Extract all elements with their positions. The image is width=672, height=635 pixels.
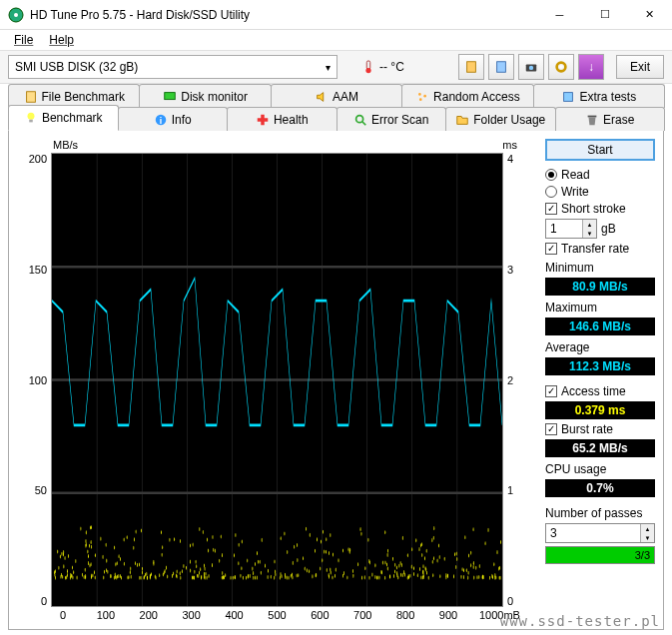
menu-help[interactable]: Help (43, 32, 80, 48)
svg-point-165 (199, 571, 200, 575)
close-button[interactable]: ✕ (627, 0, 672, 29)
svg-point-286 (88, 561, 89, 565)
svg-point-335 (275, 572, 276, 576)
watermark: www.ssd-tester.pl (500, 613, 660, 629)
svg-point-152 (470, 563, 471, 567)
drive-select[interactable]: SMI USB DISK (32 gB) (8, 55, 337, 79)
tab-health[interactable]: Health (227, 107, 337, 131)
svg-point-402 (224, 575, 225, 579)
svg-point-219 (478, 575, 479, 579)
svg-point-134 (206, 572, 207, 576)
svg-point-270 (463, 568, 464, 572)
svg-point-347 (298, 573, 299, 577)
svg-point-391 (287, 576, 288, 580)
settings-button[interactable] (548, 54, 574, 80)
svg-point-118 (223, 576, 224, 580)
svg-point-361 (235, 575, 236, 579)
copy-screenshot-button[interactable] (488, 54, 514, 80)
scan-icon (353, 113, 367, 127)
svg-point-324 (360, 527, 361, 531)
svg-point-418 (246, 576, 247, 580)
trash-icon (585, 113, 599, 127)
svg-point-3 (365, 68, 370, 73)
svg-point-68 (261, 571, 262, 575)
svg-point-414 (106, 559, 107, 563)
svg-point-74 (327, 568, 328, 572)
tabs-row-lower: Benchmark iInfo Health Error Scan Folder… (8, 107, 664, 131)
save-button[interactable]: ↓ (578, 54, 604, 80)
svg-point-65 (255, 576, 256, 580)
tab-extra-tests[interactable]: Extra tests (533, 84, 665, 108)
svg-point-119 (348, 547, 349, 551)
svg-point-60 (473, 561, 474, 565)
svg-point-340 (361, 576, 362, 580)
svg-point-428 (432, 560, 433, 564)
tab-disk-monitor[interactable]: Disk monitor (139, 84, 271, 108)
maximize-button[interactable]: ☐ (582, 0, 627, 29)
short-stroke-input[interactable]: 1▲▼ (545, 219, 597, 239)
svg-point-330 (234, 553, 235, 557)
copy-info-button[interactable] (458, 54, 484, 80)
svg-point-132 (342, 574, 343, 578)
read-radio[interactable]: Read (545, 168, 655, 182)
exit-button[interactable]: Exit (616, 55, 664, 79)
tab-info[interactable]: iInfo (118, 107, 229, 131)
right-axis-label: ms (502, 139, 517, 151)
transfer-rate-check[interactable]: Transfer rate (545, 242, 655, 256)
screenshot-button[interactable] (518, 54, 544, 80)
minimize-button[interactable]: ─ (537, 0, 582, 29)
svg-point-163 (250, 574, 251, 578)
passes-input[interactable]: 3▲▼ (545, 523, 655, 543)
svg-point-396 (410, 574, 411, 578)
average-value: 112.3 MB/s (545, 357, 655, 375)
svg-point-224 (456, 552, 457, 556)
tab-erase[interactable]: Erase (555, 107, 666, 131)
tab-folder-usage[interactable]: Folder Usage (445, 107, 556, 131)
svg-point-358 (180, 571, 181, 575)
tab-aam[interactable]: AAM (271, 84, 402, 108)
svg-rect-4 (467, 62, 476, 73)
svg-point-345 (225, 573, 226, 577)
svg-point-196 (91, 540, 92, 544)
svg-point-198 (477, 575, 478, 579)
temperature-text: -- °C (379, 60, 404, 74)
svg-point-273 (417, 573, 418, 577)
svg-point-369 (239, 543, 240, 547)
svg-point-13 (423, 94, 426, 97)
svg-point-188 (411, 565, 412, 569)
svg-point-269 (70, 573, 71, 577)
svg-point-120 (387, 553, 388, 557)
svg-point-422 (293, 576, 294, 580)
tab-random-access[interactable]: Random Access (401, 84, 533, 108)
window-title: HD Tune Pro 5.75 - Hard Disk/SSD Utility (30, 8, 537, 22)
svg-point-194 (165, 569, 166, 573)
svg-point-105 (200, 567, 201, 571)
svg-point-334 (67, 573, 68, 577)
svg-point-255 (376, 576, 377, 580)
svg-point-317 (144, 576, 145, 580)
short-stroke-check[interactable]: Short stroke (545, 202, 655, 216)
menu-file[interactable]: File (8, 32, 39, 48)
tab-error-scan[interactable]: Error Scan (336, 107, 447, 131)
svg-point-243 (407, 576, 408, 580)
svg-point-124 (347, 576, 348, 580)
start-button[interactable]: Start (545, 139, 655, 161)
svg-point-78 (184, 564, 185, 568)
svg-point-227 (124, 537, 125, 541)
burst-rate-check[interactable]: Burst rate (545, 422, 655, 436)
svg-line-23 (362, 121, 366, 125)
svg-rect-15 (564, 92, 573, 101)
svg-point-399 (65, 556, 66, 560)
svg-point-374 (425, 568, 426, 572)
svg-point-221 (196, 564, 197, 568)
svg-point-262 (438, 544, 439, 548)
tab-benchmark[interactable]: Benchmark (8, 105, 119, 131)
write-radio[interactable]: Write (545, 185, 655, 199)
svg-point-174 (321, 540, 322, 544)
access-time-check[interactable]: Access time (545, 384, 655, 398)
svg-point-166 (177, 574, 178, 578)
svg-point-390 (364, 575, 365, 579)
svg-point-137 (62, 552, 63, 556)
temperature: -- °C (361, 60, 404, 74)
svg-point-145 (307, 568, 308, 572)
